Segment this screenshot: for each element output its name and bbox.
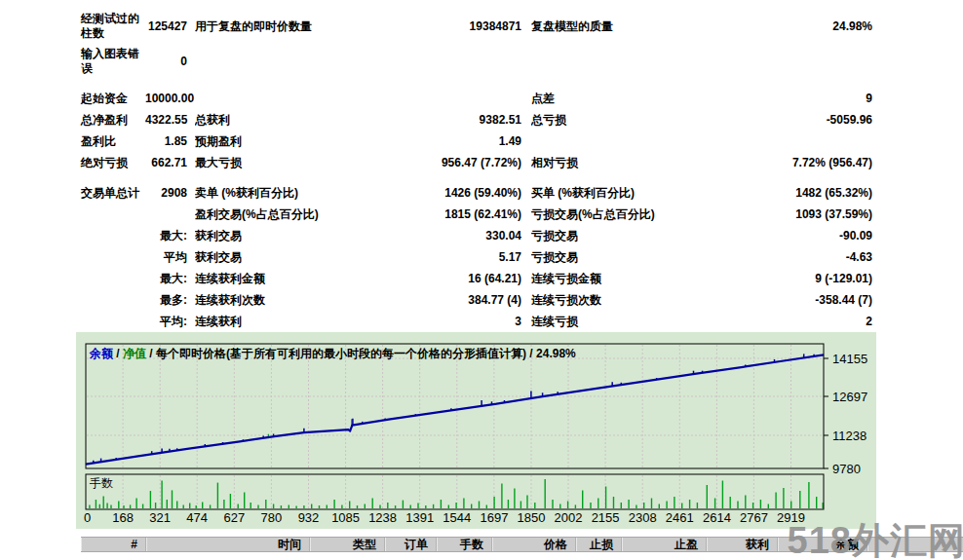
stats-value: 16 (64.21) — [390, 272, 521, 285]
stats-label: 盈利比 — [81, 134, 145, 149]
stats-label: 获利交易 — [195, 228, 390, 244]
x-axis-label: 2461 — [666, 510, 694, 525]
stats-value: 125427 — [145, 19, 187, 33]
column-header-时间[interactable]: 时间 — [146, 538, 310, 551]
x-axis-label: 2614 — [703, 510, 731, 525]
stats-value: 平均 — [145, 249, 187, 266]
stats-value: 4322.55 — [145, 113, 187, 127]
x-axis-label: 2767 — [740, 510, 768, 525]
chart-title-desc: 每个即时价格(基于所有可利用的最小时段的每一个价格的分形插值计算) — [155, 347, 526, 360]
column-header-类型[interactable]: 类型 — [310, 538, 385, 551]
x-axis-label: 1238 — [368, 510, 397, 525]
x-axis-label: 2002 — [555, 510, 583, 525]
stats-label: 总获利 — [195, 112, 390, 129]
column-header-订单[interactable]: 订单 — [385, 538, 437, 551]
lots-label: 手数 — [90, 476, 113, 490]
stats-row: 起始资金10000.00点差9 — [0, 88, 963, 109]
stats-value: 最大: — [145, 271, 187, 287]
x-axis-label: 1544 — [443, 510, 471, 525]
column-header-手数[interactable]: 手数 — [437, 538, 492, 551]
stats-value: -90.09 — [721, 229, 872, 243]
stats-value: 2908 — [145, 186, 187, 200]
stats-label: 交易单总计 — [81, 186, 145, 201]
stats-label: 亏损交易 — [531, 249, 721, 266]
stats-value: 1426 (59.40%) — [390, 186, 521, 200]
stats-label: 最大亏损 — [195, 155, 390, 171]
stats-label: 连续获利次数 — [195, 292, 390, 309]
stats-row: 输入图表错误0 — [0, 44, 963, 79]
stats-value: 平均: — [145, 314, 187, 330]
stats-value: 19384871 — [390, 19, 521, 33]
stats-value: 2 — [721, 315, 872, 328]
stats-value: 5.17 — [390, 250, 521, 264]
stats-value: 1093 (37.59%) — [721, 207, 872, 221]
stats-value: 662.71 — [145, 156, 187, 169]
stats-value: 24.98% — [721, 19, 872, 33]
stats-label: 起始资金 — [81, 92, 145, 106]
x-axis-label: 168 — [112, 510, 134, 525]
modelling-quality: 24.98% — [536, 347, 576, 360]
stats-label: 卖单 (%获利百分比) — [195, 185, 390, 202]
balance-line — [86, 355, 824, 464]
y-axis-label: 12697 — [832, 390, 867, 404]
stats-row: 交易单总计2908卖单 (%获利百分比)1426 (59.40%)买单 (%获利… — [0, 182, 963, 204]
x-axis-label: 780 — [261, 510, 283, 525]
column-header-止盈[interactable]: 止盈 — [622, 538, 707, 551]
y-axis-label: 14155 — [832, 352, 867, 366]
stats-value: 9 (-129.01) — [721, 272, 872, 285]
stats-label: 总亏损 — [531, 112, 721, 129]
stats-label: 获利交易 — [195, 249, 390, 266]
stats-value: 最多: — [145, 292, 187, 309]
stats-label: 经测试过的柱数 — [81, 12, 145, 41]
x-axis-label: 0 — [84, 510, 91, 525]
stats-row: 平均获利交易5.17亏损交易-4.63 — [0, 246, 963, 268]
stats-value: 1482 (65.32%) — [721, 186, 872, 200]
column-header-num[interactable]: # — [81, 538, 146, 551]
column-header-价格[interactable]: 价格 — [492, 538, 576, 551]
x-axis-label: 1850 — [518, 510, 546, 525]
x-axis-label: 1085 — [331, 510, 360, 525]
stats-value: 384.77 (4) — [390, 293, 521, 307]
lots-chart-border — [86, 474, 824, 509]
x-axis-label: 474 — [186, 510, 208, 525]
stats-label: 点差 — [531, 91, 721, 107]
stats-row: 最大:连续获利金额16 (64.21)连续亏损金额9 (-129.01) — [0, 268, 963, 289]
y-axis-label: 9780 — [832, 462, 861, 476]
stats-value: 最大: — [145, 228, 187, 244]
stats-value: 9 — [721, 92, 872, 105]
stats-value: 1.85 — [145, 134, 187, 148]
stats-label: 总净盈利 — [81, 113, 145, 128]
stats-label: 亏损交易(%占总百分比) — [531, 206, 721, 223]
stats-label: 绝对亏损 — [81, 156, 145, 170]
balance-chart-panel: 1415512697112389780余额 / 净值 / 每个即时价格(基于所有… — [76, 332, 876, 529]
x-axis-label: 2308 — [629, 510, 657, 525]
stats-row: 平均:连续获利3连续亏损2 — [0, 311, 963, 332]
stats-row: 绝对亏损662.71最大亏损956.47 (7.72%)相对亏损7.72% (9… — [0, 152, 963, 173]
stats-value: -5059.96 — [721, 113, 872, 127]
stats-value: 3 — [390, 315, 521, 328]
stats-label: 买单 (%获利百分比) — [531, 185, 721, 202]
stats-value: -358.44 (7) — [721, 293, 872, 307]
legend-balance: 余额 — [89, 347, 114, 360]
stats-row: 最大:获利交易330.04亏损交易-90.09 — [0, 225, 963, 246]
stats-label: 亏损交易 — [531, 228, 721, 244]
x-axis-label: 627 — [223, 510, 245, 525]
stats-label: 连续获利 — [195, 314, 390, 330]
legend-equity: 净值 — [123, 347, 146, 360]
x-axis-label: 932 — [298, 510, 320, 525]
stats-value: 7.72% (956.47) — [721, 156, 872, 169]
x-axis-label: 1391 — [405, 510, 434, 525]
stats-row: 盈利比1.85预期盈利1.49 — [0, 131, 963, 152]
stats-label: 相对亏损 — [531, 155, 721, 171]
price-chart-border — [86, 344, 824, 468]
column-header-获利[interactable]: 获利 — [707, 538, 778, 551]
x-axis-label: 321 — [149, 510, 171, 525]
stats-value: 1.49 — [390, 134, 521, 148]
statistics-table: 经测试过的柱数125427用于复盘的即时价数量19384871复盘模型的质量24… — [0, 9, 963, 332]
stats-label: 复盘模型的质量 — [531, 19, 721, 35]
stats-value: 9382.51 — [390, 113, 521, 127]
column-header-止损[interactable]: 止损 — [576, 538, 622, 551]
stats-row: 经测试过的柱数125427用于复盘的即时价数量19384871复盘模型的质量24… — [0, 9, 963, 44]
stats-value: 10000.00 — [145, 92, 187, 105]
stats-label: 连续亏损 — [531, 314, 721, 330]
